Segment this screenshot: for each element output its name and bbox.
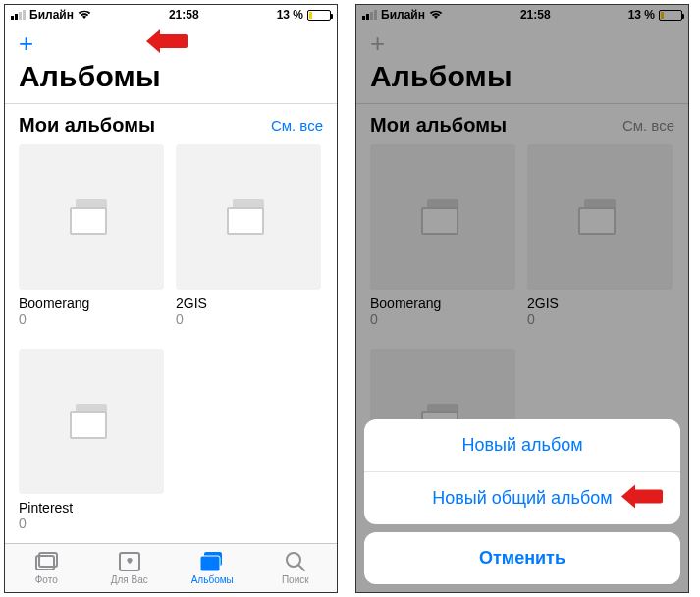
see-all-link[interactable]: См. все (271, 117, 323, 134)
albums-grid: Boomerang 0 2GIS 0 Pinterest 0 (5, 144, 337, 531)
tab-label: Для Вас (111, 574, 148, 585)
action-cancel[interactable]: Отменить (364, 532, 680, 584)
placeholder-image-icon (70, 199, 113, 235)
annotation-arrow-left (158, 31, 199, 51)
placeholder-image-icon (227, 199, 270, 235)
wifi-icon (78, 10, 91, 20)
time-label: 21:58 (169, 8, 199, 22)
phone-left: Билайн 21:58 13 % + Альбомы Мои альбомы … (4, 4, 338, 593)
album-thumbnail (19, 144, 164, 290)
tab-albums[interactable]: Альбомы (171, 544, 254, 592)
album-name: Pinterest (19, 500, 164, 516)
page-title: Альбомы (5, 60, 337, 101)
tab-label: Поиск (282, 574, 309, 585)
phone-right: Билайн 21:58 13 % + Альбомы Мои альбомы … (355, 4, 689, 593)
album-item[interactable]: Pinterest 0 (19, 349, 164, 531)
album-thumbnail (176, 144, 321, 290)
album-count: 0 (176, 311, 321, 327)
tab-bar: Фото Для Вас Альбомы Поиск (5, 543, 337, 592)
album-name: Boomerang (19, 296, 164, 311)
album-count: 0 (19, 311, 164, 327)
add-button[interactable]: + (19, 30, 33, 56)
action-new-shared-album[interactable]: Новый общий альбом (364, 472, 680, 524)
photos-icon (33, 551, 59, 572)
album-thumbnail (19, 349, 164, 494)
action-sheet-group: Новый альбом Новый общий альбом (364, 419, 680, 524)
tab-for-you[interactable]: Для Вас (88, 544, 172, 592)
svg-line-6 (298, 565, 304, 570)
annotation-arrow-right (633, 486, 674, 506)
tab-label: Фото (35, 574, 58, 585)
status-bar: Билайн 21:58 13 % (5, 5, 337, 25)
album-item[interactable]: Boomerang 0 (19, 144, 164, 327)
for-you-icon (117, 551, 142, 572)
albums-icon (199, 551, 225, 572)
tab-search[interactable]: Поиск (254, 544, 338, 592)
svg-rect-4 (200, 556, 220, 571)
action-sheet: Новый альбом Новый общий альбом Отменить (364, 419, 680, 584)
tab-label: Альбомы (191, 574, 234, 585)
nav-bar: + (5, 25, 337, 60)
my-albums-header: Мои альбомы См. все (5, 104, 337, 144)
my-albums-title: Мои альбомы (19, 114, 155, 136)
battery-icon (307, 10, 331, 21)
album-item[interactable]: 2GIS 0 (176, 144, 321, 327)
album-name: 2GIS (176, 296, 321, 311)
carrier-label: Билайн (29, 8, 74, 22)
screen-content: Мои альбомы См. все Boomerang 0 2GIS 0 (5, 104, 337, 543)
signal-icon (11, 10, 26, 20)
album-count: 0 (19, 516, 164, 531)
placeholder-image-icon (70, 404, 113, 439)
action-new-shared-album-label: Новый общий альбом (432, 488, 612, 508)
tab-photos[interactable]: Фото (5, 544, 88, 592)
search-icon (283, 551, 308, 572)
battery-percent: 13 % (277, 8, 303, 22)
action-new-album[interactable]: Новый альбом (364, 419, 680, 472)
